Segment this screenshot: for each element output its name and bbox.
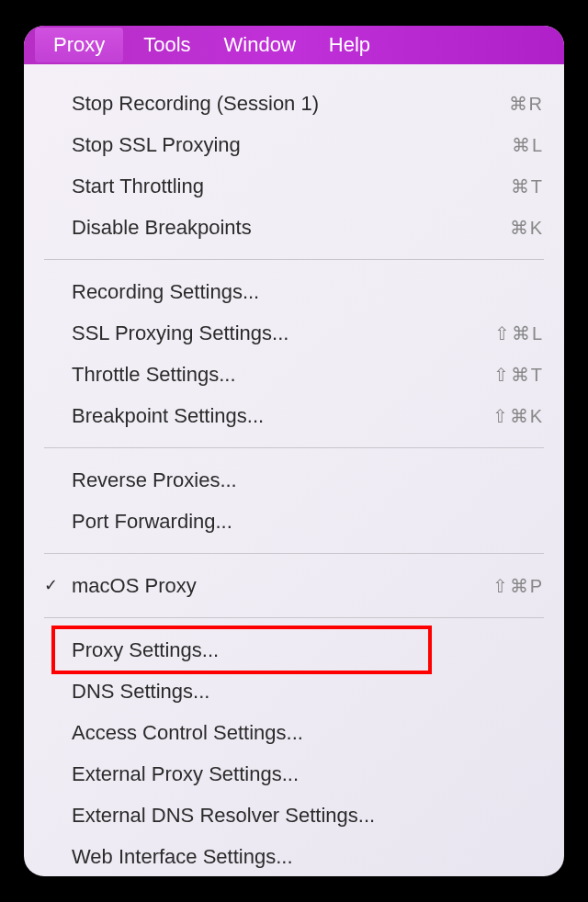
menu-separator [44, 617, 544, 618]
menu-item-shortcut: ⇧⌘K [492, 402, 544, 430]
app-window: Proxy Tools Window Help Stop Recording (… [24, 26, 564, 876]
menu-item-proxy-settings[interactable]: Proxy Settings... [24, 629, 564, 671]
menu-separator [44, 447, 544, 448]
menu-item-shortcut: ⇧⌘L [494, 320, 544, 347]
menu-item-shortcut: ⌘L [512, 131, 544, 159]
menu-item-external-dns-resolver-settings[interactable]: External DNS Resolver Settings... [24, 795, 564, 836]
menu-item-web-interface-settings[interactable]: Web Interface Settings... [24, 836, 564, 876]
menubar-item-window[interactable]: Window [208, 26, 312, 64]
menu-item-dns-settings[interactable]: DNS Settings... [24, 671, 564, 712]
menu-item-stop-recording[interactable]: Stop Recording (Session 1) ⌘R [24, 83, 564, 124]
menu-item-label: Start Throttling [72, 171, 511, 201]
menubar-item-tools[interactable]: Tools [127, 26, 207, 64]
menu-separator [44, 553, 544, 554]
menu-item-label: Breakpoint Settings... [72, 400, 492, 431]
menu-item-throttle-settings[interactable]: Throttle Settings... ⇧⌘T [24, 354, 564, 395]
menu-item-label: Recording Settings... [72, 276, 544, 307]
menu-item-label: DNS Settings... [72, 676, 544, 706]
menu-item-label: Throttle Settings... [72, 359, 493, 389]
menu-item-reverse-proxies[interactable]: Reverse Proxies... [24, 459, 564, 501]
menu-item-breakpoint-settings[interactable]: Breakpoint Settings... ⇧⌘K [24, 395, 564, 436]
menu-item-label: Port Forwarding... [72, 506, 544, 536]
menu-item-label: SSL Proxying Settings... [72, 318, 494, 348]
menu-item-label: Web Interface Settings... [72, 841, 544, 872]
menubar-item-proxy[interactable]: Proxy [35, 28, 123, 62]
menu-item-label: Reverse Proxies... [72, 465, 544, 495]
menu-item-access-control-settings[interactable]: Access Control Settings... [24, 712, 564, 753]
menu-item-port-forwarding[interactable]: Port Forwarding... [24, 501, 564, 542]
menu-item-stop-ssl-proxying[interactable]: Stop SSL Proxying ⌘L [24, 124, 564, 165]
menu-item-label: Proxy Settings... [72, 635, 544, 665]
menubar-item-help[interactable]: Help [312, 26, 387, 64]
menu-item-label: External Proxy Settings... [72, 759, 544, 789]
menu-separator [44, 259, 544, 260]
menu-item-shortcut: ⌘T [511, 173, 544, 200]
menu-item-shortcut: ⇧⌘P [492, 572, 544, 600]
menu-item-disable-breakpoints[interactable]: Disable Breakpoints ⌘K [24, 207, 564, 248]
dropdown-menu: Stop Recording (Session 1) ⌘R Stop SSL P… [24, 64, 564, 876]
menu-item-label: macOS Proxy [72, 570, 492, 601]
menu-item-shortcut: ⌘R [509, 90, 544, 118]
menu-item-label: Disable Breakpoints [72, 212, 510, 242]
check-icon: ✓ [44, 573, 58, 598]
menu-item-recording-settings[interactable]: Recording Settings... [24, 271, 564, 312]
menu-item-label: Stop Recording (Session 1) [72, 88, 509, 118]
menu-item-shortcut: ⌘K [510, 214, 544, 242]
menu-item-label: Stop SSL Proxying [72, 130, 512, 160]
menu-item-external-proxy-settings[interactable]: External Proxy Settings... [24, 753, 564, 795]
menu-item-label: Access Control Settings... [72, 717, 544, 748]
menu-item-start-throttling[interactable]: Start Throttling ⌘T [24, 165, 564, 207]
menu-item-shortcut: ⇧⌘T [493, 361, 544, 389]
menu-item-label: External DNS Resolver Settings... [72, 800, 544, 830]
menu-item-macos-proxy[interactable]: ✓ macOS Proxy ⇧⌘P [24, 565, 564, 606]
menubar: Proxy Tools Window Help [24, 26, 564, 64]
menu-item-ssl-proxying-settings[interactable]: SSL Proxying Settings... ⇧⌘L [24, 312, 564, 354]
